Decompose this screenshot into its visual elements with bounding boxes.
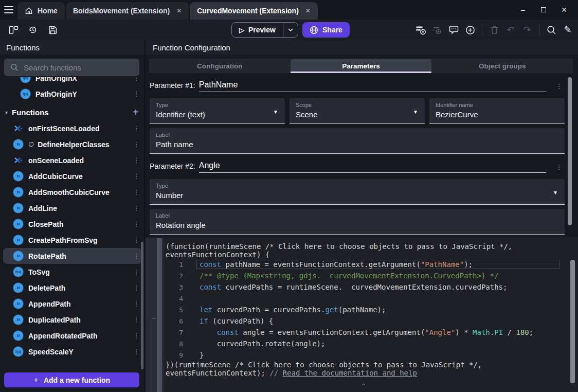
main-menu-button[interactable] <box>0 0 17 20</box>
function-item-rotatepath[interactable]: »RotatePath⋮ <box>3 248 142 264</box>
function-item-pathoriginy[interactable]: f(x)PathOriginY⋮ <box>3 86 142 102</box>
function-item-appendrotatedpath[interactable]: »AppendRotatedPath⋮ <box>3 328 142 344</box>
item-menu-icon[interactable]: ⋮ <box>131 236 142 244</box>
item-menu-icon[interactable]: ⋮ <box>131 332 142 340</box>
function-item-onsceneloaded[interactable]: onSceneLoaded⋮ <box>3 152 142 168</box>
collapse-triangle-icon[interactable]: ▾ <box>5 110 8 115</box>
item-menu-icon[interactable]: ⋮ <box>131 268 142 276</box>
code-line-3[interactable]: 3const curvedPaths = runtimeScene.__curv… <box>164 281 559 293</box>
function-item-speedscaley[interactable]: f(x)SpeedScaleY⋮ <box>3 344 142 360</box>
function-item-createpathfromsvg[interactable]: »CreatePathFromSvg⋮ <box>3 232 142 248</box>
add-function-plus-icon[interactable]: + <box>133 106 139 118</box>
panels-icon[interactable] <box>6 23 21 37</box>
sidebar-scrollbar[interactable] <box>141 242 143 369</box>
tab-configuration[interactable]: Configuration <box>149 59 291 73</box>
function-item-addsmoothcubiccurve[interactable]: »AddSmoothCubicCurve⋮ <box>3 184 142 200</box>
tab-curvedmovement[interactable]: CurvedMovement (Extension) ✕ <box>190 2 318 20</box>
share-button[interactable]: Share <box>302 22 350 38</box>
code-wrapper-line[interactable]: eventsFunctionContext); // Read the docu… <box>164 369 559 377</box>
function-item-closepath[interactable]: »ClosePath⋮ <box>3 216 142 232</box>
close-tab-icon[interactable]: ✕ <box>176 7 182 14</box>
tab-object-groups[interactable]: Object groups <box>431 59 573 73</box>
documentation-link[interactable]: Read the documentation and help <box>283 369 417 377</box>
item-menu-icon[interactable]: ⋮ <box>131 220 142 228</box>
tab-parameters[interactable]: Parameters <box>291 59 432 73</box>
add-event-icon[interactable] <box>413 23 428 37</box>
add-comment-icon[interactable] <box>446 23 461 37</box>
identifier-name-input[interactable]: Identifier name BezierCurve <box>429 98 565 124</box>
code-line-8[interactable]: 8 curvedPath.rotate(angle); <box>164 338 559 349</box>
tab-home[interactable]: Home <box>17 2 65 20</box>
function-item-duplicatedpath[interactable]: »DuplicatedPath⋮ <box>3 312 142 328</box>
parameters-scrollbar[interactable] <box>568 77 572 225</box>
functions-section-header[interactable]: ▾Functions+ <box>0 104 145 120</box>
redo-icon[interactable]: ↷ <box>520 23 534 37</box>
code-line-4[interactable]: 4 <box>164 293 559 304</box>
scope-select[interactable]: Scope Scene ▼ <box>290 98 425 124</box>
item-menu-icon[interactable]: ⋮ <box>131 204 142 212</box>
code-line-5[interactable]: 5let curvedPath = curvedPaths.get(pathNa… <box>164 304 559 315</box>
code-wrapper-line[interactable]: eventsFunctionContext) { <box>164 251 559 259</box>
event-selection-bar[interactable] <box>157 238 162 392</box>
add-circle-icon[interactable] <box>463 23 477 37</box>
preview-button[interactable]: ▷ Preview <box>231 22 298 38</box>
item-menu-icon[interactable]: ⋮ <box>131 316 142 324</box>
minimize-button[interactable]: – <box>519 6 527 14</box>
function-item-tosvg[interactable]: f(x)ToSvg⋮ <box>3 264 142 280</box>
function-item-deletepath[interactable]: »DeletePath⋮ <box>3 280 142 296</box>
function-configuration-panel: Function Configuration Configuration Par… <box>146 40 578 392</box>
code-line-2[interactable]: 2/** @type {Map<string, gdjs.__curvedMov… <box>164 270 559 281</box>
parameter-2-menu-icon[interactable]: ⋮ <box>553 163 565 173</box>
search-functions-box[interactable] <box>4 59 139 76</box>
item-menu-icon[interactable]: ⋮ <box>131 124 142 132</box>
code-wrapper-line[interactable]: (function(runtimeScene /* Click here to … <box>164 242 559 251</box>
trash-icon[interactable] <box>487 23 501 37</box>
type-select-parameter-2[interactable]: Type Number ▼ <box>150 179 565 205</box>
code-wrapper-line[interactable]: })(runtimeScene /* Click here to choose … <box>164 361 559 369</box>
function-item-appendpath[interactable]: »AppendPath⋮ <box>3 296 142 312</box>
item-menu-icon[interactable]: ⋮ <box>131 252 142 260</box>
close-window-button[interactable]: ✕ <box>561 6 568 14</box>
parameter-1-menu-icon[interactable]: ⋮ <box>553 82 565 92</box>
search-functions-input[interactable] <box>24 63 127 72</box>
type-select[interactable]: Type Identifier (text) ▼ <box>150 98 285 124</box>
close-tab-icon[interactable]: ✕ <box>305 7 311 14</box>
add-new-function-button[interactable]: + Add a new function <box>4 372 139 387</box>
function-item-pathoriginx[interactable]: f(x)PathOriginX⋮ <box>3 77 142 86</box>
code-line-9[interactable]: 9} <box>164 349 559 361</box>
code-line-1[interactable]: 1const pathName = eventsFunctionContext.… <box>164 259 559 270</box>
maximize-button[interactable] <box>540 6 547 14</box>
code-line-7[interactable]: 7 const angle = eventsFunctionContext.ge… <box>164 327 559 338</box>
preview-dropdown-button[interactable] <box>283 23 298 37</box>
search-icon[interactable] <box>544 23 558 37</box>
function-item-addline[interactable]: »AddLine⋮ <box>3 200 142 216</box>
save-icon[interactable] <box>45 23 60 37</box>
item-menu-icon[interactable]: ⋮ <box>131 140 142 148</box>
item-menu-icon[interactable]: ⋮ <box>131 188 142 196</box>
code-line-6[interactable]: 6if (curvedPath) { <box>164 315 559 327</box>
add-subevent-icon[interactable] <box>430 23 444 37</box>
preview-button-main[interactable]: ▷ Preview <box>232 23 283 37</box>
tab-boidsmovement[interactable]: BoidsMovement (Extension) ✕ <box>66 2 189 20</box>
item-menu-icon[interactable]: ⋮ <box>131 284 142 292</box>
parameter-1-name-input[interactable]: PathName <box>199 80 546 92</box>
item-menu-icon[interactable]: ⋮ <box>131 77 142 82</box>
function-item-addcubiccurve[interactable]: »AddCubicCurve⋮ <box>3 168 142 184</box>
collapse-caret-icon[interactable]: ^ <box>362 383 366 390</box>
edit-extension-icon[interactable]: ✎ <box>561 23 575 37</box>
code-scrollbar[interactable] <box>570 260 575 383</box>
javascript-code-editor[interactable]: (function(runtimeScene /* Click here to … <box>146 238 578 392</box>
undo-icon[interactable]: ↶ <box>503 23 518 37</box>
item-menu-icon[interactable]: ⋮ <box>131 348 142 355</box>
item-menu-icon[interactable]: ⋮ <box>131 300 142 308</box>
item-menu-icon[interactable]: ⋮ <box>131 172 142 180</box>
item-menu-icon[interactable]: ⋮ <box>131 90 142 98</box>
functions-scroll-area[interactable]: f(x)PathOriginX⋮f(x)PathOriginY⋮▾Functio… <box>0 77 145 372</box>
history-icon[interactable] <box>26 23 40 37</box>
parameter-2-label-input[interactable]: Label Rotation angle <box>150 209 565 235</box>
parameter-2-name-input[interactable]: Angle <box>199 161 546 173</box>
function-item-definehelperclasses[interactable]: »∅DefineHelperClasses⋮ <box>3 136 142 152</box>
function-item-onfirstsceneloaded[interactable]: onFirstSceneLoaded⋮ <box>3 120 142 136</box>
item-menu-icon[interactable]: ⋮ <box>131 156 142 164</box>
parameter-1-label-input[interactable]: Label Path name <box>150 128 565 154</box>
